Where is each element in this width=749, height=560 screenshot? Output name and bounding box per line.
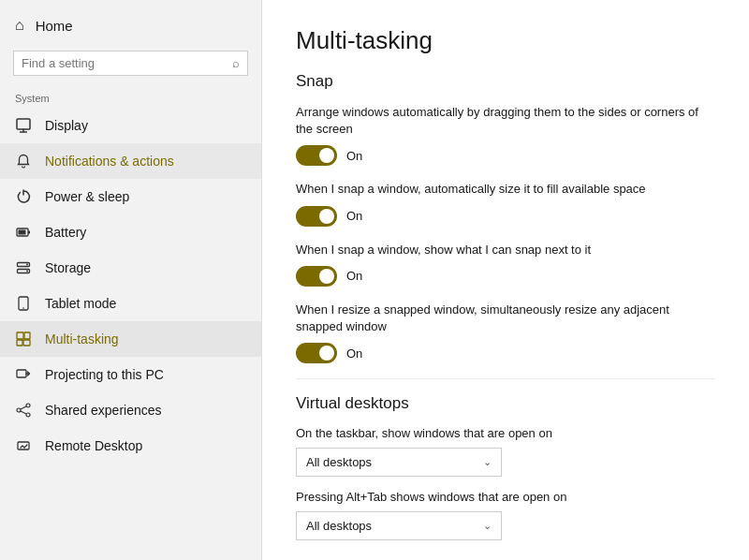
vd-dropdown-2[interactable]: All desktops ⌄: [296, 511, 502, 540]
snap-toggle-4[interactable]: [296, 343, 337, 363]
snap-toggle-label-1: On: [346, 149, 362, 163]
home-icon: [15, 17, 24, 34]
sidebar-item-remote[interactable]: Remote Desktop: [0, 428, 261, 464]
shared-icon: [15, 402, 32, 419]
toggle-row-1: On: [296, 145, 715, 166]
svg-point-9: [26, 271, 28, 273]
sidebar-item-shared[interactable]: Shared experiences: [0, 392, 261, 428]
notifications-icon: [15, 153, 32, 169]
sidebar-item-multitasking[interactable]: Multi-tasking: [0, 321, 261, 357]
home-label: Home: [36, 18, 73, 34]
svg-rect-15: [23, 340, 30, 346]
remote-icon: [15, 437, 32, 454]
snap-setting-3: When I snap a window, show what I can sn…: [296, 242, 715, 287]
vd-dropdown-value-2: All desktops: [306, 519, 372, 533]
snap-setting-2: When I snap a window, automatically size…: [296, 181, 715, 226]
toggle-row-2: On: [296, 206, 715, 227]
svg-point-18: [17, 408, 21, 412]
svg-rect-0: [17, 119, 30, 129]
snap-toggle-label-3: On: [346, 269, 362, 283]
sidebar-item-label: Tablet mode: [45, 296, 116, 311]
home-button[interactable]: Home: [0, 7, 261, 43]
virtual-desktops-title: Virtual desktops: [296, 394, 715, 413]
snap-setting-1: Arrange windows automatically by draggin…: [296, 104, 715, 166]
chevron-down-icon-2: ⌄: [483, 520, 492, 532]
snap-desc-1: Arrange windows automatically by draggin…: [296, 104, 715, 138]
toggle-row-4: On: [296, 343, 715, 363]
sidebar-item-label: Storage: [45, 260, 91, 275]
svg-line-20: [21, 406, 26, 409]
sidebar: Home ⌕ System Display Notifications & ac…: [0, 0, 262, 560]
search-input[interactable]: [22, 56, 232, 70]
svg-point-19: [26, 413, 30, 417]
sidebar-item-projecting[interactable]: Projecting to this PC: [0, 357, 261, 392]
sidebar-item-label: Multi-tasking: [45, 332, 119, 346]
snap-toggle-label-2: On: [346, 209, 362, 223]
vd-dropdown-1[interactable]: All desktops ⌄: [296, 448, 502, 477]
svg-point-11: [22, 307, 24, 309]
vd-setting-1: On the taskbar, show windows that are op…: [296, 426, 715, 477]
search-icon: ⌕: [232, 56, 240, 70]
snap-toggle-1[interactable]: [296, 145, 337, 166]
snap-desc-2: When I snap a window, automatically size…: [296, 181, 715, 198]
section-divider: [296, 378, 715, 379]
sidebar-item-battery[interactable]: Battery: [0, 214, 261, 250]
sidebar-item-label: Notifications & actions: [45, 154, 174, 169]
sidebar-item-display[interactable]: Display: [0, 108, 261, 143]
sidebar-item-storage[interactable]: Storage: [0, 250, 261, 286]
toggle-row-3: On: [296, 266, 715, 287]
sidebar-item-label: Projecting to this PC: [45, 367, 164, 382]
sidebar-item-label: Power & sleep: [45, 189, 129, 204]
sidebar-item-label: Shared experiences: [45, 403, 162, 418]
vd-setting-2: Pressing Alt+Tab shows windows that are …: [296, 490, 715, 540]
svg-rect-13: [24, 332, 30, 339]
chevron-down-icon: ⌄: [483, 456, 492, 468]
sidebar-item-label: Display: [45, 118, 88, 133]
snap-toggle-label-4: On: [346, 346, 362, 361]
snap-setting-4: When I resize a snapped window, simultan…: [296, 302, 715, 363]
snap-section-title: Snap: [296, 72, 715, 91]
power-icon: [15, 188, 32, 205]
multitasking-icon: [15, 331, 32, 347]
svg-rect-16: [17, 370, 26, 377]
vd-dropdown-value-1: All desktops: [306, 455, 372, 469]
display-icon: [15, 117, 32, 134]
tablet-icon: [15, 295, 32, 312]
battery-icon: [15, 224, 32, 241]
snap-desc-3: When I snap a window, show what I can sn…: [296, 242, 715, 258]
vd-desc-1: On the taskbar, show windows that are op…: [296, 426, 715, 440]
snap-toggle-2[interactable]: [296, 206, 337, 227]
svg-rect-4: [28, 231, 30, 234]
svg-rect-12: [17, 332, 23, 339]
storage-icon: [15, 259, 32, 276]
sidebar-item-label: Remote Desktop: [45, 438, 142, 453]
sidebar-item-power[interactable]: Power & sleep: [0, 179, 261, 214]
main-content: Multi-tasking Snap Arrange windows autom…: [262, 0, 749, 560]
sidebar-item-label: Battery: [45, 225, 86, 240]
svg-point-17: [26, 404, 30, 407]
sidebar-item-notifications[interactable]: Notifications & actions: [0, 143, 261, 179]
svg-line-21: [21, 411, 26, 414]
svg-rect-5: [19, 230, 26, 235]
svg-rect-22: [18, 442, 29, 449]
search-box[interactable]: ⌕: [13, 51, 248, 76]
sidebar-item-tablet[interactable]: Tablet mode: [0, 286, 261, 321]
vd-desc-2: Pressing Alt+Tab shows windows that are …: [296, 490, 715, 504]
system-section-label: System: [0, 87, 261, 108]
snap-toggle-3[interactable]: [296, 266, 337, 287]
snap-desc-4: When I resize a snapped window, simultan…: [296, 302, 715, 335]
svg-rect-14: [17, 340, 22, 346]
svg-point-8: [26, 264, 28, 266]
projecting-icon: [15, 366, 32, 383]
page-title: Multi-tasking: [296, 26, 715, 55]
